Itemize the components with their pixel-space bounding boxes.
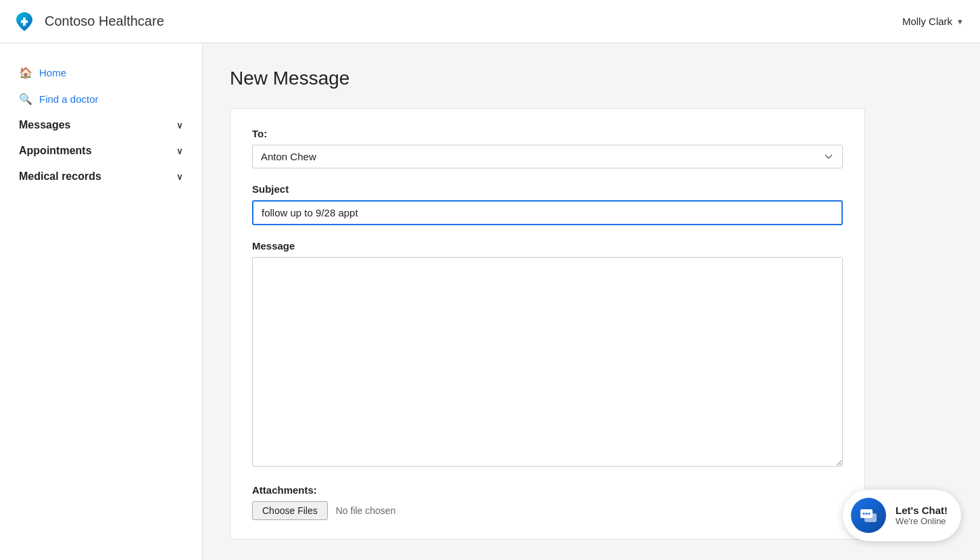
attachments-label: Attachments: — [252, 484, 843, 496]
sidebar-item-home[interactable]: 🏠 Home — [0, 60, 202, 86]
sidebar-section-messages[interactable]: Messages ∨ — [0, 112, 202, 138]
appointments-chevron-icon: ∨ — [176, 146, 183, 156]
sidebar: 🏠 Home 🔍 Find a doctor Messages ∨ Appoin… — [0, 43, 203, 560]
sidebar-section-medical-records[interactable]: Medical records ∨ — [0, 164, 202, 189]
logo-icon — [11, 8, 38, 35]
layout: 🏠 Home 🔍 Find a doctor Messages ∨ Appoin… — [0, 43, 980, 560]
to-label: To: — [252, 128, 843, 139]
svg-point-3 — [863, 513, 865, 515]
sidebar-item-find-doctor-label: Find a doctor — [39, 93, 99, 105]
app-title: Contoso Healthcare — [45, 14, 164, 29]
message-label: Message — [252, 240, 843, 252]
chat-title: Let's Chat! — [896, 505, 948, 516]
page-title: New Message — [230, 68, 953, 89]
user-menu-chevron-icon: ▼ — [956, 18, 964, 26]
find-doctor-icon: 🔍 — [19, 93, 32, 106]
subject-label: Subject — [252, 183, 843, 195]
chat-icon — [851, 498, 886, 533]
user-name: Molly Clark — [902, 16, 952, 27]
message-textarea[interactable] — [252, 257, 843, 467]
svg-point-5 — [868, 513, 871, 515]
header: Contoso Healthcare Molly Clark ▼ — [0, 0, 980, 43]
messages-chevron-icon: ∨ — [176, 120, 183, 131]
attachments-row: Choose Files No file chosen — [252, 501, 843, 520]
sidebar-section-appointments-label: Appointments — [19, 145, 92, 157]
choose-files-button[interactable]: Choose Files — [252, 501, 328, 520]
sidebar-item-find-doctor[interactable]: 🔍 Find a doctor — [0, 86, 202, 112]
subject-field-group: Subject — [252, 183, 843, 225]
attachments-group: Attachments: Choose Files No file chosen — [252, 484, 843, 520]
chat-subtitle: We're Online — [896, 516, 948, 526]
message-field-group: Message — [252, 240, 843, 469]
no-file-text: No file chosen — [336, 505, 396, 516]
sidebar-section-appointments[interactable]: Appointments ∨ — [0, 138, 202, 164]
sidebar-nav: 🏠 Home 🔍 Find a doctor — [0, 60, 202, 112]
to-select[interactable]: Anton Chew — [252, 145, 843, 168]
main-content: New Message To: Anton Chew Subject Messa… — [203, 43, 980, 560]
medical-records-chevron-icon: ∨ — [176, 172, 183, 182]
sidebar-section-messages-label: Messages — [19, 119, 71, 131]
subject-input[interactable] — [252, 200, 843, 225]
new-message-form: To: Anton Chew Subject Message Attachmen… — [230, 108, 865, 540]
sidebar-item-home-label: Home — [39, 67, 66, 78]
chat-widget[interactable]: Let's Chat! We're Online — [843, 490, 961, 541]
svg-point-4 — [866, 513, 868, 515]
user-menu[interactable]: Molly Clark ▼ — [902, 16, 964, 27]
sidebar-section-medical-records-label: Medical records — [19, 170, 101, 183]
chat-text-block: Let's Chat! We're Online — [896, 505, 948, 526]
header-left: Contoso Healthcare — [11, 8, 164, 35]
chat-bubble-icon — [859, 506, 878, 525]
to-field-group: To: Anton Chew — [252, 128, 843, 168]
home-icon: 🏠 — [19, 66, 32, 79]
